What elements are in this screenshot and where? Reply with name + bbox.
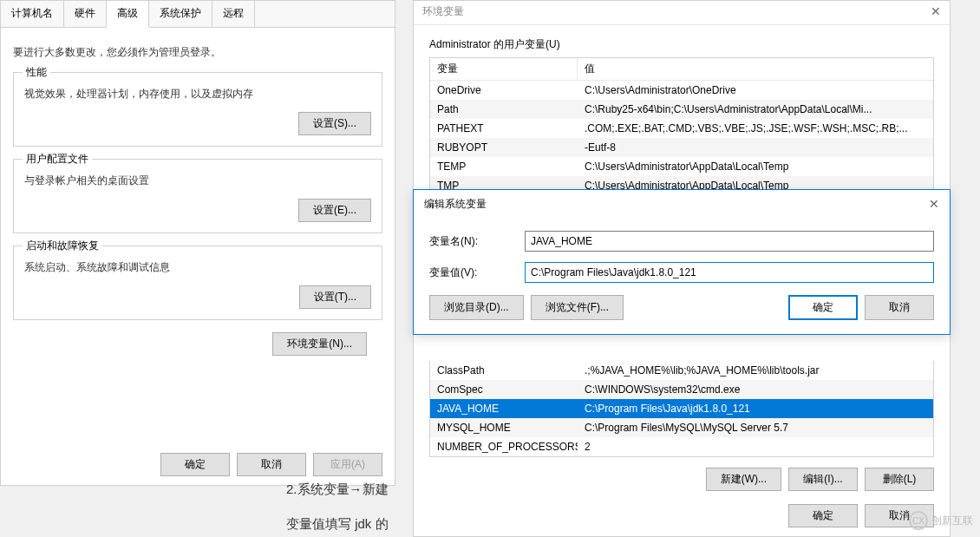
cell-value: .COM;.EXE;.BAT;.CMD;.VBS;.VBE;.JS;.JSE;.… xyxy=(578,121,933,136)
instruction-text-1: 2.系统变量→新建 xyxy=(286,481,389,498)
system-vars-table[interactable]: ClassPath.;%JAVA_HOME%\lib;%JAVA_HOME%\l… xyxy=(429,361,934,457)
apply-button[interactable]: 应用(A) xyxy=(313,453,382,476)
new-button[interactable]: 新建(W)... xyxy=(706,468,781,491)
user-profile-desc: 与登录帐户相关的桌面设置 xyxy=(24,174,371,188)
browse-dir-button[interactable]: 浏览目录(D)... xyxy=(429,295,524,320)
cell-value: C:\Users\Administrator\AppData\Local\Tem… xyxy=(578,159,933,174)
cell-name: NUMBER_OF_PROCESSORS xyxy=(430,439,578,455)
cell-name: TEMP xyxy=(430,159,578,174)
table-row[interactable]: JAVA_HOMEC:\Program Files\Java\jdk1.8.0_… xyxy=(430,399,933,418)
var-name-label: 变量名(N): xyxy=(429,234,525,249)
cell-value: 2 xyxy=(578,439,933,455)
table-row[interactable]: NUMBER_OF_PROCESSORS2 xyxy=(430,437,933,456)
tabs-bar: 计算机名 硬件 高级 系统保护 远程 xyxy=(1,1,395,28)
var-value-label: 变量值(V): xyxy=(429,265,525,280)
table-row[interactable]: PathC:\Ruby25-x64\bin;C:\Users\Administr… xyxy=(430,100,933,119)
table-row[interactable]: PATHEXT.COM;.EXE;.BAT;.CMD;.VBS;.VBE;.JS… xyxy=(430,119,933,138)
tab-computer-name[interactable]: 计算机名 xyxy=(1,1,64,27)
cell-value: C:\Program Files\Java\jdk1.8.0_121 xyxy=(578,401,933,416)
table-header: 变量 值 xyxy=(430,58,933,81)
edit-button[interactable]: 编辑(I)... xyxy=(788,468,858,491)
close-icon[interactable]: ✕ xyxy=(929,197,939,212)
table-row[interactable]: TEMPC:\Users\Administrator\AppData\Local… xyxy=(430,157,933,176)
system-properties-content: 要进行大多数更改，您必须作为管理员登录。 性能 视觉效果，处理器计划，内存使用，… xyxy=(1,28,395,366)
edit-ok-button[interactable]: 确定 xyxy=(788,295,858,320)
browse-file-button[interactable]: 浏览文件(F)... xyxy=(531,295,624,320)
ok-button[interactable]: 确定 xyxy=(160,453,230,476)
table-row[interactable]: ComSpecC:\WINDOWS\system32\cmd.exe xyxy=(430,380,933,399)
system-properties-footer: 确定 取消 应用(A) xyxy=(160,453,382,476)
user-profile-settings-button[interactable]: 设置(E)... xyxy=(298,199,371,222)
edit-var-content: 变量名(N): 变量值(V): 浏览目录(D)... 浏览文件(F)... 确定… xyxy=(414,219,950,334)
delete-button[interactable]: 删除(L) xyxy=(865,468,934,491)
watermark: CX 创新互联 xyxy=(909,511,973,530)
close-icon[interactable]: ✕ xyxy=(931,4,941,19)
watermark-icon: CX xyxy=(909,511,928,530)
cell-name: ClassPath xyxy=(430,363,578,378)
env-vars-titlebar: 环境变量 ✕ xyxy=(414,1,950,25)
user-vars-table[interactable]: 变量 值 OneDriveC:\Users\Administrator\OneD… xyxy=(429,57,934,196)
cell-value: C:\WINDOWS\system32\cmd.exe xyxy=(578,382,933,397)
table-row[interactable]: MYSQL_HOMEC:\Program Files\MySQL\MySQL S… xyxy=(430,418,933,437)
tab-advanced[interactable]: 高级 xyxy=(107,1,149,28)
startup-title: 启动和故障恢复 xyxy=(23,239,102,253)
startup-fieldset: 启动和故障恢复 系统启动、系统故障和调试信息 设置(T)... xyxy=(13,246,382,320)
tab-remote[interactable]: 远程 xyxy=(212,1,255,27)
table-row[interactable]: RUBYOPT-Eutf-8 xyxy=(430,138,933,157)
env-vars-title: 环境变量 xyxy=(422,4,464,19)
instruction-text-2: 变量值填写 jdk 的 xyxy=(286,516,389,533)
user-profile-title: 用户配置文件 xyxy=(23,152,92,167)
tab-hardware[interactable]: 硬件 xyxy=(64,1,107,27)
cell-value: C:\Users\Administrator\OneDrive xyxy=(578,82,933,98)
edit-var-title: 编辑系统变量 xyxy=(424,197,487,212)
header-value: 值 xyxy=(578,58,933,80)
cell-value: C:\Program Files\MySQL\MySQL Server 5.7 xyxy=(578,420,933,435)
system-vars-buttons: 新建(W)... 编辑(I)... 删除(L) xyxy=(429,468,934,491)
cell-name: PATHEXT xyxy=(430,121,578,136)
performance-title: 性能 xyxy=(23,65,50,80)
startup-desc: 系统启动、系统故障和调试信息 xyxy=(24,260,371,275)
cell-value: C:\Ruby25-x64\bin;C:\Users\Administrator… xyxy=(578,102,933,117)
performance-fieldset: 性能 视觉效果，处理器计划，内存使用，以及虚拟内存 设置(S)... xyxy=(13,72,382,147)
watermark-text: 创新互联 xyxy=(931,514,973,528)
env-ok-button[interactable]: 确定 xyxy=(788,504,858,527)
cell-name: MYSQL_HOME xyxy=(430,420,578,435)
user-profile-fieldset: 用户配置文件 与登录帐户相关的桌面设置 设置(E)... xyxy=(13,159,382,233)
performance-desc: 视觉效果，处理器计划，内存使用，以及虚拟内存 xyxy=(24,87,371,102)
edit-var-titlebar: 编辑系统变量 ✕ xyxy=(414,190,950,219)
edit-cancel-button[interactable]: 取消 xyxy=(865,295,934,320)
table-row[interactable]: OneDriveC:\Users\Administrator\OneDrive xyxy=(430,81,933,100)
cell-value: -Eutf-8 xyxy=(578,140,933,155)
cell-name: JAVA_HOME xyxy=(430,401,578,416)
var-value-input[interactable] xyxy=(525,262,934,283)
header-name: 变量 xyxy=(430,58,578,80)
cancel-button[interactable]: 取消 xyxy=(237,453,306,476)
performance-settings-button[interactable]: 设置(S)... xyxy=(298,112,371,135)
admin-note: 要进行大多数更改，您必须作为管理员登录。 xyxy=(13,45,382,60)
cell-name: RUBYOPT xyxy=(430,140,578,155)
startup-settings-button[interactable]: 设置(T)... xyxy=(299,285,371,309)
var-name-input[interactable] xyxy=(525,231,934,252)
cell-name: OneDrive xyxy=(430,82,578,98)
cell-value: .;%JAVA_HOME%\lib;%JAVA_HOME%\lib\tools.… xyxy=(578,363,933,378)
cell-name: ComSpec xyxy=(430,382,578,397)
tab-system-protection[interactable]: 系统保护 xyxy=(149,1,212,27)
environment-variables-button[interactable]: 环境变量(N)... xyxy=(272,332,367,356)
system-properties-dialog: 计算机名 硬件 高级 系统保护 远程 要进行大多数更改，您必须作为管理员登录。 … xyxy=(0,0,395,486)
edit-system-variable-dialog: 编辑系统变量 ✕ 变量名(N): 变量值(V): 浏览目录(D)... 浏览文件… xyxy=(413,189,951,335)
table-row[interactable]: ClassPath.;%JAVA_HOME%\lib;%JAVA_HOME%\l… xyxy=(430,361,933,380)
user-vars-label: Administrator 的用户变量(U) xyxy=(429,37,934,52)
cell-name: Path xyxy=(430,102,578,117)
